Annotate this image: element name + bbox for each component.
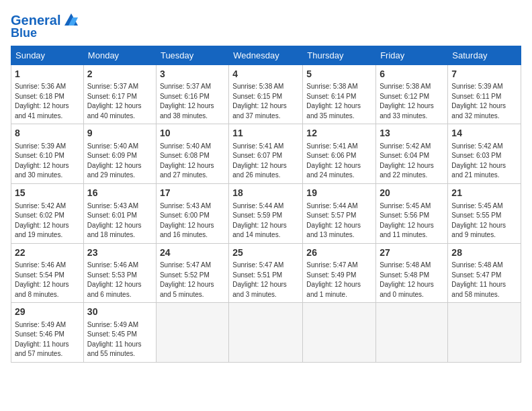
- calendar-cell: 4Sunrise: 5:38 AMSunset: 6:15 PMDaylight…: [229, 64, 303, 124]
- calendar-week-row: 8Sunrise: 5:39 AMSunset: 6:10 PMDaylight…: [11, 124, 521, 184]
- calendar-cell: 11Sunrise: 5:41 AMSunset: 6:07 PMDayligh…: [229, 124, 303, 184]
- day-number: 14: [451, 127, 517, 140]
- day-number: 22: [15, 246, 80, 260]
- day-number: 29: [15, 306, 80, 319]
- day-info: Sunrise: 5:42 AMSunset: 6:02 PMDaylight:…: [15, 201, 80, 240]
- calendar-cell: 7Sunrise: 5:39 AMSunset: 6:11 PMDaylight…: [448, 64, 521, 124]
- calendar-cell: 21Sunrise: 5:45 AMSunset: 5:55 PMDayligh…: [448, 183, 521, 243]
- day-number: 6: [380, 68, 444, 81]
- calendar-cell: 15Sunrise: 5:42 AMSunset: 6:02 PMDayligh…: [11, 183, 84, 243]
- weekday-header-row: SundayMondayTuesdayWednesdayThursdayFrid…: [11, 46, 521, 64]
- day-info: Sunrise: 5:45 AMSunset: 5:56 PMDaylight:…: [380, 201, 444, 240]
- weekday-header-monday: Monday: [83, 46, 156, 64]
- calendar-cell: 12Sunrise: 5:41 AMSunset: 6:06 PMDayligh…: [303, 124, 376, 184]
- day-info: Sunrise: 5:36 AMSunset: 6:18 PMDaylight:…: [15, 82, 80, 121]
- day-number: 15: [15, 187, 80, 200]
- day-number: 7: [451, 68, 517, 81]
- calendar-cell: 10Sunrise: 5:40 AMSunset: 6:08 PMDayligh…: [156, 124, 228, 184]
- day-info: Sunrise: 5:45 AMSunset: 5:55 PMDaylight:…: [451, 201, 517, 240]
- day-number: 10: [160, 127, 225, 140]
- day-info: Sunrise: 5:43 AMSunset: 6:00 PMDaylight:…: [160, 201, 225, 240]
- calendar-cell: 29Sunrise: 5:49 AMSunset: 5:46 PMDayligh…: [11, 303, 84, 363]
- day-number: 4: [232, 68, 299, 81]
- calendar-cell: 28Sunrise: 5:48 AMSunset: 5:47 PMDayligh…: [448, 243, 521, 303]
- day-number: 21: [451, 187, 517, 200]
- day-number: 16: [87, 187, 152, 200]
- day-number: 17: [160, 187, 225, 200]
- calendar-cell: 24Sunrise: 5:47 AMSunset: 5:52 PMDayligh…: [156, 243, 228, 303]
- calendar-cell: 16Sunrise: 5:43 AMSunset: 6:01 PMDayligh…: [83, 183, 156, 243]
- day-info: Sunrise: 5:41 AMSunset: 6:06 PMDaylight:…: [306, 142, 372, 181]
- calendar-cell: [156, 303, 228, 363]
- day-number: 28: [451, 246, 517, 260]
- day-number: 12: [306, 127, 372, 140]
- calendar-cell: 9Sunrise: 5:40 AMSunset: 6:09 PMDaylight…: [83, 124, 156, 184]
- day-number: 19: [306, 187, 372, 200]
- calendar-cell: 8Sunrise: 5:39 AMSunset: 6:10 PMDaylight…: [11, 124, 84, 184]
- day-info: Sunrise: 5:38 AMSunset: 6:12 PMDaylight:…: [380, 82, 444, 121]
- day-info: Sunrise: 5:44 AMSunset: 5:59 PMDaylight:…: [232, 201, 299, 240]
- calendar-week-row: 29Sunrise: 5:49 AMSunset: 5:46 PMDayligh…: [11, 303, 521, 363]
- day-info: Sunrise: 5:46 AMSunset: 5:53 PMDaylight:…: [87, 261, 152, 300]
- day-info: Sunrise: 5:40 AMSunset: 6:08 PMDaylight:…: [160, 142, 225, 181]
- day-info: Sunrise: 5:39 AMSunset: 6:11 PMDaylight:…: [451, 82, 517, 121]
- weekday-header-sunday: Sunday: [11, 46, 84, 64]
- day-number: 9: [87, 127, 152, 140]
- day-info: Sunrise: 5:47 AMSunset: 5:51 PMDaylight:…: [232, 261, 299, 300]
- calendar-cell: 1Sunrise: 5:36 AMSunset: 6:18 PMDaylight…: [11, 64, 84, 124]
- weekday-header-tuesday: Tuesday: [156, 46, 228, 64]
- logo-icon: [62, 11, 81, 30]
- day-number: 20: [380, 187, 444, 200]
- calendar-cell: 25Sunrise: 5:47 AMSunset: 5:51 PMDayligh…: [229, 243, 303, 303]
- day-number: 2: [87, 68, 152, 81]
- day-info: Sunrise: 5:42 AMSunset: 6:04 PMDaylight:…: [380, 142, 444, 181]
- calendar-cell: 2Sunrise: 5:37 AMSunset: 6:17 PMDaylight…: [83, 64, 156, 124]
- day-info: Sunrise: 5:43 AMSunset: 6:01 PMDaylight:…: [87, 201, 152, 240]
- day-number: 24: [160, 246, 225, 260]
- day-number: 27: [380, 246, 444, 260]
- calendar-cell: 18Sunrise: 5:44 AMSunset: 5:59 PMDayligh…: [229, 183, 303, 243]
- day-number: 30: [87, 306, 152, 319]
- calendar-cell: [448, 303, 521, 363]
- calendar-cell: [376, 303, 448, 363]
- day-info: Sunrise: 5:47 AMSunset: 5:49 PMDaylight:…: [306, 261, 372, 300]
- calendar-cell: 20Sunrise: 5:45 AMSunset: 5:56 PMDayligh…: [376, 183, 448, 243]
- day-info: Sunrise: 5:39 AMSunset: 6:10 PMDaylight:…: [15, 142, 80, 181]
- day-info: Sunrise: 5:37 AMSunset: 6:16 PMDaylight:…: [160, 82, 225, 121]
- header: General Blue: [11, 11, 521, 40]
- day-info: Sunrise: 5:49 AMSunset: 5:45 PMDaylight:…: [87, 320, 152, 359]
- day-info: Sunrise: 5:38 AMSunset: 6:15 PMDaylight:…: [232, 82, 299, 121]
- calendar-cell: 6Sunrise: 5:38 AMSunset: 6:12 PMDaylight…: [376, 64, 448, 124]
- day-info: Sunrise: 5:42 AMSunset: 6:03 PMDaylight:…: [451, 142, 517, 181]
- day-number: 8: [15, 127, 80, 140]
- day-number: 5: [306, 68, 372, 81]
- calendar-cell: 14Sunrise: 5:42 AMSunset: 6:03 PMDayligh…: [448, 124, 521, 184]
- day-info: Sunrise: 5:49 AMSunset: 5:46 PMDaylight:…: [15, 320, 80, 359]
- calendar-cell: 26Sunrise: 5:47 AMSunset: 5:49 PMDayligh…: [303, 243, 376, 303]
- logo: General Blue: [11, 11, 81, 40]
- calendar-cell: 30Sunrise: 5:49 AMSunset: 5:45 PMDayligh…: [83, 303, 156, 363]
- weekday-header-thursday: Thursday: [303, 46, 376, 64]
- calendar-cell: 3Sunrise: 5:37 AMSunset: 6:16 PMDaylight…: [156, 64, 228, 124]
- day-info: Sunrise: 5:38 AMSunset: 6:14 PMDaylight:…: [306, 82, 372, 121]
- day-info: Sunrise: 5:44 AMSunset: 5:57 PMDaylight:…: [306, 201, 372, 240]
- calendar-cell: 19Sunrise: 5:44 AMSunset: 5:57 PMDayligh…: [303, 183, 376, 243]
- calendar-week-row: 1Sunrise: 5:36 AMSunset: 6:18 PMDaylight…: [11, 64, 521, 124]
- day-info: Sunrise: 5:48 AMSunset: 5:47 PMDaylight:…: [451, 261, 517, 300]
- calendar-cell: 22Sunrise: 5:46 AMSunset: 5:54 PMDayligh…: [11, 243, 84, 303]
- day-info: Sunrise: 5:46 AMSunset: 5:54 PMDaylight:…: [15, 261, 80, 300]
- day-info: Sunrise: 5:37 AMSunset: 6:17 PMDaylight:…: [87, 82, 152, 121]
- day-number: 1: [15, 68, 80, 81]
- calendar-cell: 27Sunrise: 5:48 AMSunset: 5:48 PMDayligh…: [376, 243, 448, 303]
- day-number: 3: [160, 68, 225, 81]
- calendar-cell: [229, 303, 303, 363]
- weekday-header-wednesday: Wednesday: [229, 46, 303, 64]
- calendar-table: SundayMondayTuesdayWednesdayThursdayFrid…: [11, 46, 521, 363]
- day-number: 18: [232, 187, 299, 200]
- day-number: 26: [306, 246, 372, 260]
- calendar-cell: 17Sunrise: 5:43 AMSunset: 6:00 PMDayligh…: [156, 183, 228, 243]
- logo-text: General: [11, 13, 60, 28]
- weekday-header-friday: Friday: [376, 46, 448, 64]
- day-number: 13: [380, 127, 444, 140]
- calendar-cell: 13Sunrise: 5:42 AMSunset: 6:04 PMDayligh…: [376, 124, 448, 184]
